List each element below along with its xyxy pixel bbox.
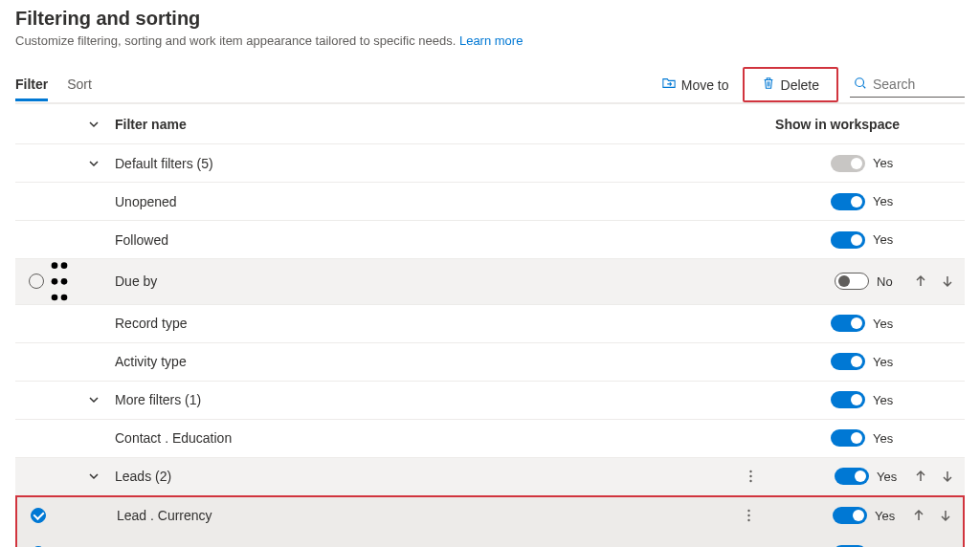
toggle-value: Yes	[873, 194, 900, 208]
row-label: Default filters (5)	[107, 156, 735, 171]
row-label: Record type	[107, 316, 735, 331]
delete-label: Delete	[781, 77, 819, 93]
svg-point-12	[747, 519, 749, 521]
tab-filter[interactable]: Filter	[15, 69, 48, 101]
row-label: Followed	[107, 232, 735, 248]
toggle-value: Yes	[873, 317, 900, 331]
selection-highlight-box: Lead . Currency Yes Lead . Account Yes	[15, 495, 965, 547]
toggle-value: Yes	[873, 232, 900, 247]
move-down-icon[interactable]	[938, 272, 957, 291]
svg-point-0	[856, 77, 864, 86]
toggle-value: Yes	[873, 355, 900, 369]
row-default-filters: Default filters (5) Yes	[15, 144, 965, 183]
move-down-icon[interactable]	[938, 467, 957, 486]
svg-point-11	[747, 514, 749, 516]
col-header-show[interactable]: Show in workspace	[766, 117, 957, 132]
toggle-value: No	[877, 274, 903, 289]
move-up-icon[interactable]	[911, 272, 930, 291]
row-label: More filters (1)	[107, 392, 735, 407]
svg-point-6	[61, 295, 68, 301]
toggle-switch[interactable]	[831, 193, 865, 210]
move-to-button[interactable]: Move to	[653, 71, 739, 98]
search-input[interactable]	[873, 77, 959, 92]
row-contact-education: Contact . Education Yes	[15, 420, 965, 458]
toggle-switch[interactable]	[831, 231, 865, 249]
search-icon	[854, 77, 867, 93]
row-record-type: Record type Yes	[15, 305, 965, 343]
svg-point-5	[52, 295, 58, 301]
row-activity-type: Activity type Yes	[15, 343, 965, 382]
toggle-value: Yes	[873, 156, 900, 170]
row-label: Activity type	[107, 354, 735, 369]
row-label: Due by	[107, 274, 735, 289]
drag-handle-icon[interactable]	[50, 259, 69, 304]
col-header-name[interactable]: Filter name	[107, 117, 735, 132]
svg-point-10	[747, 510, 749, 512]
row-label: Unopened	[107, 194, 735, 209]
search-box[interactable]	[850, 73, 965, 98]
toggle-value: Yes	[877, 470, 903, 484]
row-leads: Leads (2) Yes	[15, 458, 965, 496]
toggle-switch[interactable]	[831, 391, 865, 408]
folder-move-icon	[662, 77, 676, 93]
row-label: Leads (2)	[107, 469, 735, 484]
tab-list: Filter Sort	[15, 69, 92, 101]
toggle-switch[interactable]	[835, 273, 869, 290]
row-unopened: Unopened Yes	[15, 183, 965, 221]
svg-point-8	[749, 475, 751, 477]
toggle-switch[interactable]	[835, 468, 869, 485]
move-down-icon[interactable]	[936, 506, 955, 525]
svg-point-1	[52, 262, 58, 269]
toggle-switch[interactable]	[831, 315, 865, 332]
row-followed: Followed Yes	[15, 221, 965, 259]
toggle-value: Yes	[873, 431, 900, 446]
page-subtitle: Customize filtering, sorting and work it…	[15, 33, 965, 48]
learn-more-link[interactable]: Learn more	[459, 33, 523, 48]
grid-header: Filter name Show in workspace	[15, 104, 965, 144]
trash-icon	[762, 77, 775, 93]
row-more-filters: More filters (1) Yes	[15, 382, 965, 420]
toggle-value: Yes	[873, 393, 900, 407]
toggle-switch[interactable]	[831, 429, 865, 447]
toolbar: Filter Sort Move to Delete	[15, 67, 965, 103]
delete-button[interactable]: Delete	[752, 71, 829, 98]
delete-highlight-box: Delete	[743, 67, 838, 102]
svg-point-4	[61, 278, 68, 285]
svg-point-9	[749, 480, 751, 482]
row-label: Contact . Education	[107, 430, 735, 446]
subtitle-text: Customize filtering, sorting and work it…	[15, 33, 456, 48]
row-lead-account: Lead . Account Yes	[17, 536, 963, 547]
tab-sort[interactable]: Sort	[67, 69, 92, 101]
overflow-menu-icon[interactable]	[735, 470, 766, 483]
move-up-icon[interactable]	[911, 467, 930, 486]
row-checkbox[interactable]	[31, 508, 46, 523]
chevron-down-icon[interactable]	[69, 470, 107, 482]
toggle-switch[interactable]	[833, 507, 867, 524]
move-to-label: Move to	[681, 77, 729, 93]
toggle-value: Yes	[875, 509, 902, 523]
collapse-all-icon[interactable]	[69, 119, 107, 130]
svg-point-2	[61, 262, 68, 269]
row-label: Lead . Currency	[109, 508, 733, 523]
overflow-menu-icon[interactable]	[733, 509, 764, 522]
svg-point-7	[749, 470, 751, 472]
page-title: Filtering and sorting	[15, 8, 965, 30]
toggle-switch[interactable]	[831, 353, 865, 370]
row-checkbox[interactable]	[29, 274, 44, 289]
row-lead-currency: Lead . Currency Yes	[17, 497, 963, 536]
chevron-down-icon[interactable]	[69, 394, 107, 405]
filter-grid: Filter name Show in workspace Default fi…	[15, 103, 965, 547]
chevron-down-icon[interactable]	[69, 158, 107, 169]
row-due-by: Due by No	[15, 259, 965, 305]
move-up-icon[interactable]	[909, 506, 928, 525]
svg-point-3	[52, 278, 58, 285]
toggle-switch	[831, 155, 865, 172]
